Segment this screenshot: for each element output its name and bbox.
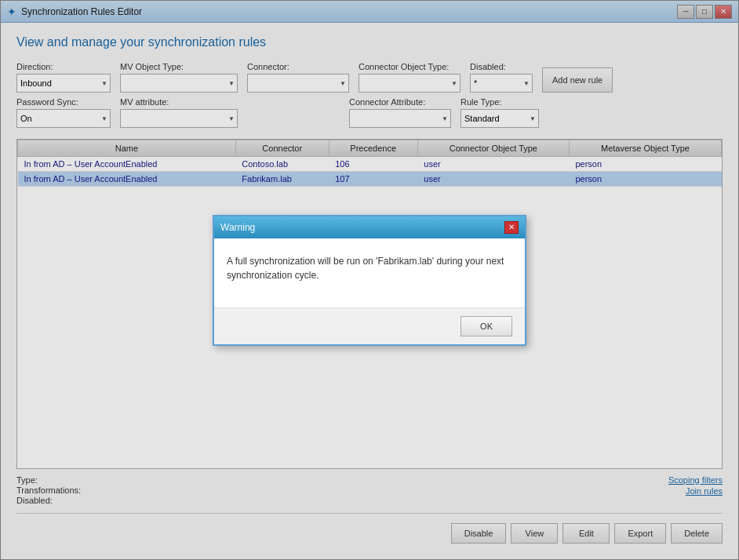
warning-modal: Warning ✕ A full synchronization will be…	[213, 215, 526, 346]
modal-body: A full synchronization will be run on 'F…	[214, 238, 525, 307]
modal-footer: OK	[214, 307, 525, 344]
modal-title-bar: Warning ✕	[214, 216, 525, 238]
modal-message: A full synchronization will be run on 'F…	[227, 254, 512, 282]
modal-close-button[interactable]: ✕	[504, 221, 519, 234]
modal-overlay: Warning ✕ A full synchronization will be…	[0, 0, 739, 560]
modal-ok-button[interactable]: OK	[461, 316, 512, 336]
modal-title: Warning	[220, 222, 255, 233]
